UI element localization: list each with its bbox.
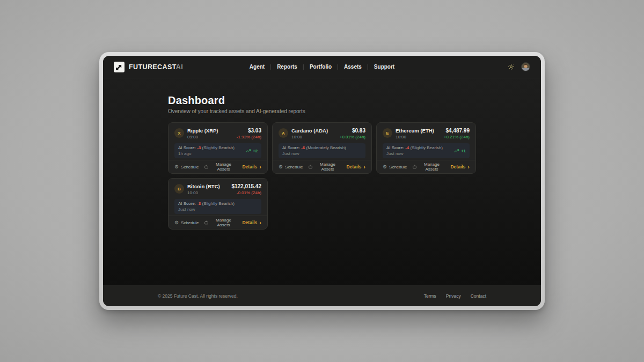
manage-assets-button[interactable]: Manage Assets <box>204 218 236 227</box>
details-button[interactable]: Details› <box>450 164 470 170</box>
chevron-right-icon: › <box>363 164 365 170</box>
manage-assets-button[interactable]: Manage Assets <box>309 162 340 172</box>
asset-card-ethereum: E Ethereum (ETH) 10:00 $4,487.99 +0.21% … <box>376 122 476 174</box>
chevron-right-icon: › <box>259 164 261 170</box>
app-footer: © 2025 Future Cast. All rights reserved.… <box>103 285 541 306</box>
nav-divider <box>303 64 304 70</box>
asset-change: +0.01% (24h) <box>340 135 365 139</box>
card-actions: ⚙Schedule Manage Assets Details› <box>169 160 267 173</box>
page-title: Dashboard <box>168 94 476 107</box>
nav-item-support[interactable]: Support <box>374 64 394 70</box>
nav-divider <box>338 64 338 70</box>
asset-change: -0.01% (24h) <box>231 190 261 195</box>
briefcase-icon <box>413 165 416 169</box>
brand-name: FUTURECASTAI <box>129 63 183 71</box>
briefcase-icon <box>204 220 208 225</box>
ai-sentiment: (Slightly Bearish) <box>411 145 443 150</box>
updated-ago: Just now <box>178 207 235 212</box>
trend-value: +2 <box>253 149 258 153</box>
footer-link-terms[interactable]: Terms <box>424 293 436 299</box>
ai-score-label: AI Score: <box>282 145 300 150</box>
ai-score-strip: AI Score: -3 (Slightly Bearish) 1h ago +… <box>174 143 261 158</box>
ai-score-value: -6 <box>301 145 305 150</box>
asset-change: +0.21% (24h) <box>444 135 470 139</box>
trending-up-icon <box>246 149 251 153</box>
manage-assets-button[interactable]: Manage Assets <box>413 162 444 172</box>
ai-score-strip: AI Score: -4 (Slightly Bearish) Just now… <box>383 143 470 158</box>
theme-toggle-button[interactable] <box>508 64 514 70</box>
nav-divider <box>368 64 368 70</box>
footer-links: Terms Privacy Contact <box>424 293 486 299</box>
asset-initial-icon: E <box>383 128 392 138</box>
updated-ago: Just now <box>386 151 443 156</box>
ai-score-value: -4 <box>405 145 409 150</box>
manage-assets-button[interactable]: Manage Assets <box>204 162 236 172</box>
trend-badge: +2 <box>246 149 258 153</box>
schedule-button[interactable]: ⚙Schedule <box>279 165 303 169</box>
schedule-button[interactable]: ⚙Schedule <box>174 165 199 169</box>
asset-time: 09:00 <box>187 135 218 139</box>
gear-icon: ⚙ <box>279 165 283 169</box>
asset-time: 10:00 <box>396 135 434 139</box>
details-button[interactable]: Details› <box>242 220 261 226</box>
brand: FUTURECASTAI <box>114 62 183 72</box>
ai-sentiment: (Moderately Bearish) <box>306 145 346 150</box>
asset-price: $122,015.42 <box>231 183 261 189</box>
asset-name: Cardano (ADA) <box>291 128 328 134</box>
asset-card-grid: X Ripple (XRP) 09:00 $3.03 -1.93% (24h) <box>168 122 476 230</box>
ai-score-strip: AI Score: -6 (Moderately Bearish) Just n… <box>279 143 365 158</box>
ai-score-strip: AI Score: -3 (Slightly Bearish) Just now <box>174 199 261 214</box>
updated-ago: 1h ago <box>178 151 235 156</box>
main-nav: Agent Reports Portfolio Assets Support <box>250 64 394 70</box>
asset-time: 10:00 <box>291 135 328 139</box>
copyright-text: © 2025 Future Cast. All rights reserved. <box>158 293 238 299</box>
trend-badge: +1 <box>454 149 466 153</box>
ai-score-value: -3 <box>197 201 201 206</box>
nav-divider <box>270 64 271 70</box>
details-button[interactable]: Details› <box>242 164 261 170</box>
app-header: FUTURECASTAI Agent Reports Portfolio Ass… <box>103 56 541 78</box>
asset-price: $3.03 <box>237 128 261 134</box>
asset-change: -1.93% (24h) <box>237 135 261 139</box>
page-subtitle: Overview of your tracked assets and AI-g… <box>168 108 476 114</box>
schedule-button[interactable]: ⚙Schedule <box>174 220 199 225</box>
nav-item-agent[interactable]: Agent <box>250 64 265 70</box>
asset-card-ripple: X Ripple (XRP) 09:00 $3.03 -1.93% (24h) <box>168 122 268 174</box>
header-right <box>508 62 530 71</box>
asset-name: Ripple (XRP) <box>187 128 218 134</box>
ai-score-label: AI Score: <box>178 201 196 206</box>
gear-icon: ⚙ <box>383 165 387 169</box>
trend-value: +1 <box>461 149 466 153</box>
asset-initial-icon: A <box>279 128 288 138</box>
futurecast-logo-icon <box>114 62 125 72</box>
app-root: FUTURECASTAI Agent Reports Portfolio Ass… <box>103 56 541 306</box>
browser-window: FUTURECASTAI Agent Reports Portfolio Ass… <box>99 52 545 310</box>
briefcase-icon <box>309 165 312 169</box>
asset-initial-icon: B <box>174 184 184 194</box>
gear-icon: ⚙ <box>174 165 179 169</box>
nav-item-assets[interactable]: Assets <box>344 64 362 70</box>
brand-suffix: AI <box>176 63 183 71</box>
ai-score-value: -3 <box>197 145 201 150</box>
chevron-right-icon: › <box>259 220 261 226</box>
asset-price: $4,487.99 <box>444 128 470 134</box>
ai-sentiment: (Slightly Bearish) <box>202 145 235 150</box>
user-avatar[interactable] <box>521 62 530 71</box>
card-actions: ⚙Schedule Manage Assets Details› <box>377 160 475 173</box>
main-content: Dashboard Overview of your tracked asset… <box>103 78 541 285</box>
asset-name: Ethereum (ETH) <box>396 128 434 134</box>
nav-item-reports[interactable]: Reports <box>277 64 297 70</box>
card-actions: ⚙Schedule Manage Assets Details› <box>169 216 267 229</box>
ai-score-label: AI Score: <box>178 145 196 150</box>
footer-link-contact[interactable]: Contact <box>471 293 486 299</box>
ai-score-label: AI Score: <box>386 145 404 150</box>
nav-item-portfolio[interactable]: Portfolio <box>310 64 332 70</box>
asset-card-bitcoin: B Bitcoin (BTC) 10:00 $122,015.42 -0.01%… <box>168 178 268 230</box>
card-actions: ⚙Schedule Manage Assets Details› <box>273 160 371 173</box>
footer-link-privacy[interactable]: Privacy <box>446 293 461 299</box>
details-button[interactable]: Details› <box>346 164 365 170</box>
schedule-button[interactable]: ⚙Schedule <box>383 165 407 169</box>
chevron-right-icon: › <box>467 164 470 170</box>
asset-initial-icon: X <box>174 128 184 138</box>
ai-sentiment: (Slightly Bearish) <box>202 201 235 206</box>
